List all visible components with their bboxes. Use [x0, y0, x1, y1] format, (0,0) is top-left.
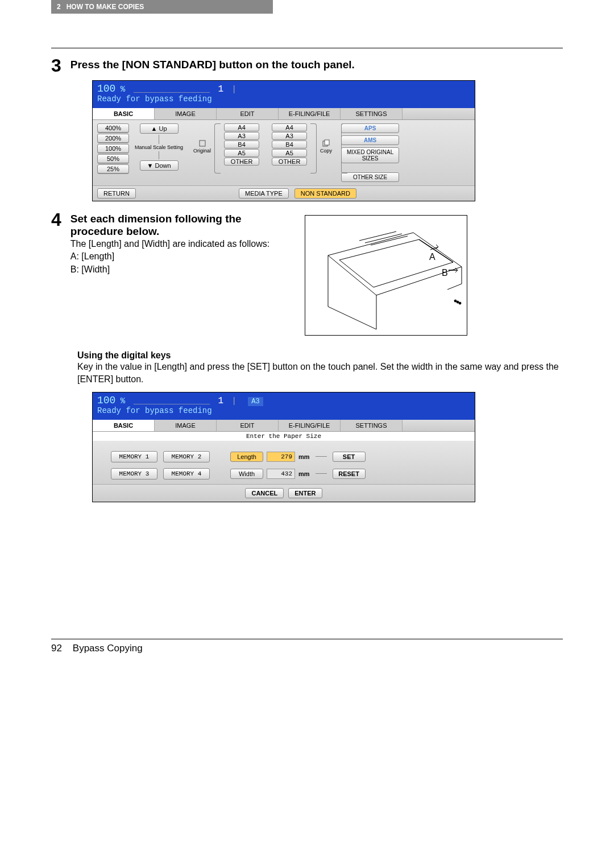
diagram-label-a: A [429, 252, 435, 262]
zoom-value: 100 [97, 83, 115, 94]
zoom-400[interactable]: 400% [97, 123, 129, 133]
step4-number: 4 [51, 210, 61, 336]
chapter-header: 2 HOW TO MAKE COPIES [51, 0, 273, 14]
chapter-number: 2 [57, 3, 61, 11]
status-text-2: Ready for bypass feeding [97, 406, 212, 415]
paper-dimension-diagram: A B [305, 215, 467, 336]
enter-paper-label: Enter the Paper Size [93, 432, 475, 441]
page-number: 92 [51, 643, 62, 654]
aps-button[interactable]: APS [341, 123, 399, 133]
tab-image[interactable]: IMAGE [155, 108, 217, 119]
tab-settings-2[interactable]: SETTINGS [341, 420, 403, 431]
media-type-button[interactable]: MEDIA TYPE [239, 188, 289, 199]
copy-icon [322, 139, 330, 147]
original-icon [198, 139, 206, 147]
cancel-button[interactable]: CANCEL [245, 488, 284, 498]
svg-point-9 [459, 302, 461, 304]
down-button[interactable]: ▼ Down [140, 160, 179, 171]
non-standard-button[interactable]: NON STANDARD [294, 188, 356, 199]
zoom-200[interactable]: 200% [97, 134, 129, 143]
percent-symbol-2: % [121, 396, 125, 406]
original-icon-label: Original [193, 139, 211, 154]
diagram-label-b: B [442, 268, 448, 278]
length-label[interactable]: Length [230, 452, 263, 462]
copy-a3[interactable]: A3 [272, 132, 307, 140]
mm-unit-1: mm [298, 453, 310, 460]
ss1-header: 100 % ________________ 1 | Ready for byp… [93, 81, 475, 108]
svg-line-3 [359, 232, 396, 241]
tab-edit-2[interactable]: EDIT [217, 420, 279, 431]
return-button[interactable]: RETURN [97, 188, 136, 199]
ss1-tabs: BASIC IMAGE EDIT E-FILING/FILE SETTINGS [93, 108, 475, 120]
screenshot-1: 100 % ________________ 1 | Ready for byp… [92, 80, 475, 201]
set-button[interactable]: SET [333, 452, 366, 462]
mixed-button[interactable]: MIXED ORIGINAL SIZES [341, 147, 399, 163]
memory-1-button[interactable]: MEMORY 1 [111, 451, 157, 462]
svg-rect-2 [325, 140, 329, 145]
copy-a4[interactable]: A4 [272, 123, 307, 131]
ss2-tabs: BASIC IMAGE EDIT E-FILING/FILE SETTINGS [93, 420, 475, 432]
tab-efiling[interactable]: E-FILING/FILE [279, 108, 341, 119]
tab-edit[interactable]: EDIT [217, 108, 279, 119]
copy-count-2: 1 [218, 396, 223, 406]
width-value[interactable]: 432 [267, 469, 295, 479]
top-rule [51, 48, 563, 48]
step4-desc1: The [Length] and [Width] are indicated a… [70, 238, 287, 250]
section-title: Bypass Copying [73, 643, 143, 654]
orig-a3[interactable]: A3 [224, 132, 259, 140]
copy-a5[interactable]: A5 [272, 149, 307, 157]
tab-basic[interactable]: BASIC [93, 108, 155, 119]
orig-a4[interactable]: A4 [224, 123, 259, 131]
memory-4-button[interactable]: MEMORY 4 [163, 468, 210, 480]
orig-other[interactable]: OTHER [224, 158, 259, 166]
svg-rect-0 [200, 140, 205, 146]
ams-button[interactable]: AMS [341, 135, 399, 145]
svg-line-4 [365, 234, 402, 243]
other-size-button[interactable]: OTHER SIZE [341, 172, 399, 182]
zoom-value-2: 100 [97, 395, 115, 406]
copy-icon-label: Copy [320, 139, 332, 154]
manual-scale-label: Manual Scale Setting [135, 145, 183, 150]
zoom-100[interactable]: 100% [97, 144, 129, 153]
size-indicator: A3 [248, 397, 263, 406]
step4-desc3: B: [Width] [70, 263, 287, 276]
zoom-50[interactable]: 50% [97, 154, 129, 163]
zoom-25[interactable]: 25% [97, 164, 129, 173]
svg-point-8 [457, 301, 459, 303]
digital-keys-desc: Key in the value in [Length] and press t… [77, 361, 563, 386]
copy-other[interactable]: OTHER [272, 158, 307, 166]
svg-point-7 [454, 300, 457, 302]
tab-settings[interactable]: SETTINGS [341, 108, 403, 119]
bottom-rule [51, 639, 563, 639]
step4-title: Set each dimension following the procedu… [70, 213, 287, 238]
step3-title: Press the [NON STANDARD] button on the t… [70, 59, 355, 75]
copy-b4[interactable]: B4 [272, 140, 307, 148]
memory-3-button[interactable]: MEMORY 3 [111, 468, 157, 480]
step3-number: 3 [51, 56, 61, 75]
percent-symbol: % [121, 85, 125, 94]
enter-button[interactable]: ENTER [288, 488, 322, 498]
tab-efiling-2[interactable]: E-FILING/FILE [279, 420, 341, 431]
step4-desc2: A: [Length] [70, 250, 287, 263]
status-text: Ready for bypass feeding [97, 94, 212, 104]
copy-count: 1 [218, 84, 223, 94]
reset-button[interactable]: RESET [333, 469, 366, 479]
tab-basic-2[interactable]: BASIC [93, 420, 155, 431]
screenshot-2: 100 % ________________ 1 | A3 Ready for … [92, 392, 475, 502]
chapter-title: HOW TO MAKE COPIES [67, 3, 144, 11]
orig-a5[interactable]: A5 [224, 149, 259, 157]
ss2-header: 100 % ________________ 1 | A3 Ready for … [93, 392, 475, 420]
orig-b4[interactable]: B4 [224, 140, 259, 148]
mm-unit-2: mm [298, 470, 310, 477]
page-footer: 92 Bypass Copying [51, 643, 563, 654]
length-value[interactable]: 279 [267, 452, 295, 462]
memory-2-button[interactable]: MEMORY 2 [163, 451, 210, 462]
up-button[interactable]: ▲ Up [140, 123, 179, 134]
digital-keys-heading: Using the digital keys [77, 350, 563, 361]
width-label[interactable]: Width [230, 469, 263, 479]
tab-image-2[interactable]: IMAGE [155, 420, 217, 431]
